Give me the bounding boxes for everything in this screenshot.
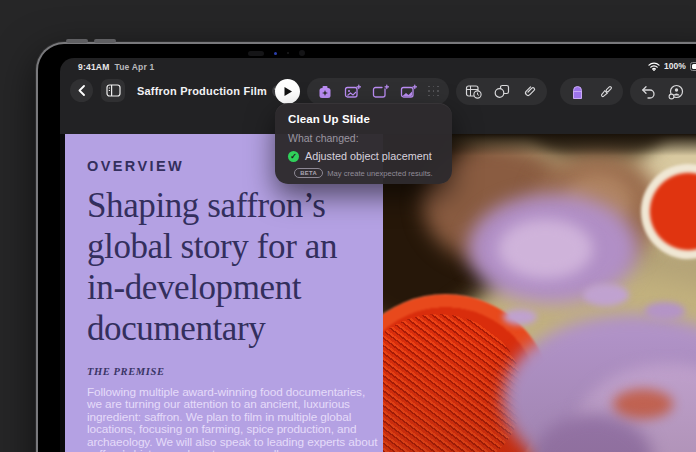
table-chart-icon — [465, 84, 482, 99]
wifi-icon — [648, 62, 660, 71]
attachment-button[interactable] — [521, 83, 538, 100]
collaborate-icon — [668, 84, 684, 100]
slide-title-line: global story for an — [87, 226, 383, 267]
replace-image-magic-button[interactable] — [400, 83, 417, 100]
drag-dots-icon — [428, 86, 440, 98]
beta-badge: BETA — [294, 168, 323, 178]
document-title-control[interactable]: Saffron Production Film — [137, 85, 284, 97]
slide-title-line: Shaping saffron’s — [87, 185, 383, 226]
back-button[interactable] — [70, 79, 93, 102]
ipad-screen: 9:41AMTue Apr 1 100% — [60, 58, 696, 452]
undo-button[interactable] — [639, 83, 656, 100]
volume-up-button — [66, 39, 88, 43]
camera-sensor — [248, 51, 264, 56]
status-right: 100% — [648, 61, 696, 71]
camera-mic-dot — [287, 52, 289, 54]
insert-tools-pill — [307, 78, 449, 105]
draw-crayon-button[interactable] — [569, 83, 586, 100]
object-tools-pill — [456, 78, 547, 105]
toolbar-right: ••• — [560, 78, 696, 105]
chevron-left-icon — [77, 85, 86, 96]
slide-body-text: Following multiple award-winning food do… — [87, 386, 383, 452]
status-bar: 9:41AMTue Apr 1 100% — [60, 58, 696, 74]
popup-subtitle: What changed: — [288, 132, 439, 144]
clean-up-icon — [317, 84, 333, 100]
marketing-scene: 9:41AMTue Apr 1 100% — [0, 0, 696, 452]
shapes-button[interactable] — [493, 83, 510, 100]
insert-table-chart-button[interactable] — [465, 83, 482, 100]
slide-title-line: documentary — [87, 308, 383, 349]
slide-navigator-icon — [106, 84, 121, 97]
slide-premise-label: THE PREMISE — [87, 366, 383, 377]
front-camera-bar — [248, 49, 348, 57]
slide-title: Shaping saffron’s global story for an in… — [87, 185, 383, 349]
add-image-magic-button[interactable] — [344, 83, 361, 100]
actions-pill: ••• — [630, 78, 696, 105]
volume-down-button — [94, 39, 116, 43]
popup-change-row: ✓ Adjusted object placement — [288, 150, 439, 162]
play-button[interactable] — [275, 79, 300, 104]
popup-title: Clean Up Slide — [288, 113, 439, 125]
crayon-icon — [571, 84, 584, 100]
format-brush-button[interactable] — [597, 83, 614, 100]
slide-navigator-button[interactable] — [101, 79, 125, 102]
ipad-device: 9:41AMTue Apr 1 100% — [36, 42, 696, 452]
clean-up-slide-popup: Clean Up Slide What changed: ✓ Adjusted … — [275, 103, 452, 184]
checkmark-icon: ✓ — [288, 151, 299, 162]
add-slide-button[interactable] — [372, 83, 389, 100]
status-date: Tue Apr 1 — [114, 62, 154, 72]
popup-change-item: Adjusted object placement — [305, 150, 432, 162]
beta-note: May create unexpected results. — [327, 169, 433, 178]
paperclip-icon — [522, 84, 537, 99]
slide-plus-icon — [372, 84, 389, 99]
image-sparkle-icon — [344, 84, 361, 99]
undo-icon — [640, 84, 656, 99]
paintbrush-icon — [598, 84, 614, 100]
slide-title-line: in-development — [87, 267, 383, 308]
popup-beta-row: BETA May create unexpected results. — [288, 168, 439, 178]
battery-icon — [690, 62, 696, 71]
image-fill-sparkle-icon — [400, 84, 417, 99]
status-time: 9:41AM — [78, 62, 109, 72]
camera-lens — [299, 50, 305, 56]
toolbar-center — [275, 78, 547, 105]
play-icon — [283, 86, 293, 97]
status-time-date: 9:41AMTue Apr 1 — [78, 62, 155, 72]
collaborate-button[interactable] — [667, 83, 684, 100]
toolbar-left: Saffron Production Film — [70, 79, 284, 102]
shapes-icon — [494, 84, 510, 99]
battery-percent-label: 100% — [664, 61, 686, 71]
clean-up-slide-button[interactable] — [316, 83, 333, 100]
document-title: Saffron Production Film — [137, 85, 267, 97]
camera-indicator-dot — [274, 52, 277, 55]
draw-tools-pill — [560, 78, 623, 105]
